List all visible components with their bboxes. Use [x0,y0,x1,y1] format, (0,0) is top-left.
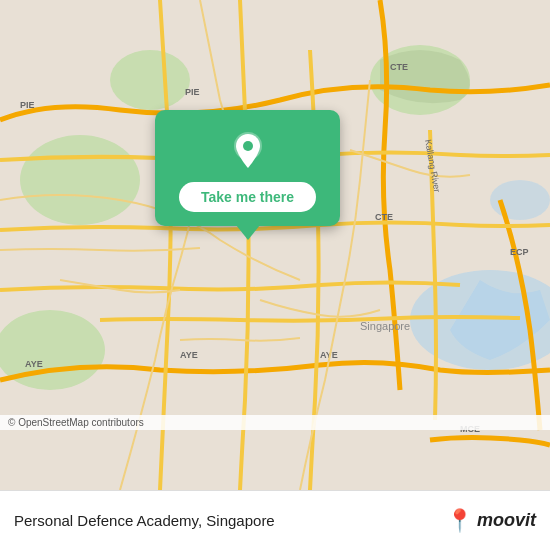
map-container: PIE PIE CTE CTE AYE AYE AYE ECP MCE [0,0,550,490]
svg-point-4 [110,50,190,110]
take-me-there-button[interactable]: Take me there [179,182,316,212]
bottom-bar: Personal Defence Academy, Singapore 📍 mo… [0,490,550,550]
attribution-text: © OpenStreetMap contributors [8,417,144,428]
copyright-bar: © OpenStreetMap contributors [0,415,550,430]
moovit-text: moovit [477,510,536,531]
moovit-logo: 📍 moovit [446,508,536,534]
svg-text:PIE: PIE [185,87,200,97]
svg-text:PIE: PIE [20,100,35,110]
location-name: Personal Defence Academy, Singapore [14,512,446,529]
svg-text:ECP: ECP [510,247,529,257]
location-pin-icon [226,128,270,172]
svg-text:AYE: AYE [25,359,43,369]
svg-text:Singapore: Singapore [360,320,410,332]
svg-point-2 [490,180,550,220]
svg-text:CTE: CTE [390,62,408,72]
svg-text:CTE: CTE [375,212,393,222]
svg-text:AYE: AYE [180,350,198,360]
app: PIE PIE CTE CTE AYE AYE AYE ECP MCE [0,0,550,550]
svg-point-3 [20,135,140,225]
moovit-pin-icon: 📍 [446,508,473,534]
location-popup: Take me there [155,110,340,226]
svg-point-20 [243,141,253,151]
